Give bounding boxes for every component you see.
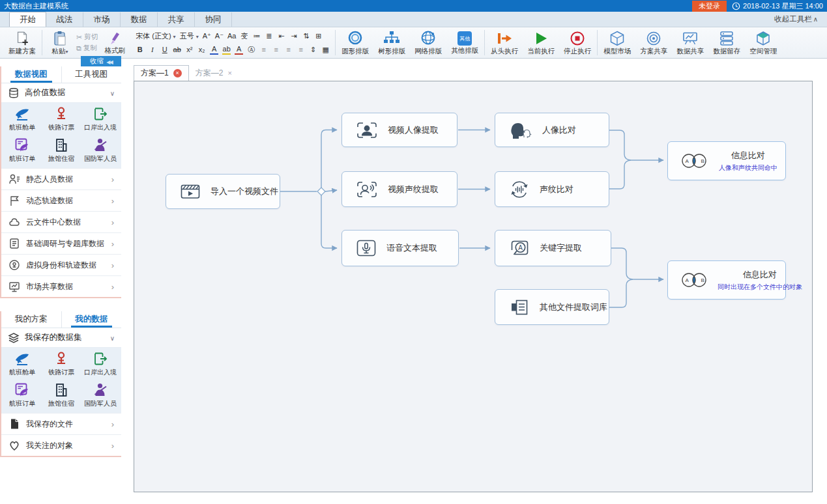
saved-flight-manifest[interactable]: 航班舱单 — [3, 351, 42, 377]
menu-tab-market[interactable]: 市场 — [83, 12, 121, 27]
saved-border-entry[interactable]: 口岸出入境 — [81, 351, 120, 377]
sidebar-item-virtual-identity[interactable]: 虚拟身份和轨迹数据 — [1, 254, 121, 275]
model-market-button[interactable]: 模型市场 — [599, 27, 635, 58]
dataset-military-personnel[interactable]: 国防军人员 — [81, 137, 120, 163]
font-size-select[interactable]: 五号 — [180, 31, 199, 41]
sidebar-collapse-button[interactable]: 收缩 — [81, 56, 121, 66]
saved-military-personnel[interactable]: 国防军人员 — [81, 382, 120, 408]
run-current-button[interactable]: 当前执行 — [523, 27, 559, 58]
node-face-compare[interactable]: 人像比对 — [495, 113, 609, 147]
dataset-border-entry[interactable]: 口岸出入境 — [81, 106, 120, 132]
sort-button[interactable]: ⇅ — [302, 31, 310, 40]
highlight-button[interactable]: ab — [222, 44, 231, 55]
table-button[interactable]: ⊞ — [314, 31, 323, 40]
data-share-button[interactable]: 数据共享 — [672, 27, 708, 58]
saved-rail-ticket[interactable]: 铁路订票 — [42, 351, 81, 377]
plan-tab-1[interactable]: 方案—1 — [134, 65, 189, 81]
align-center-button[interactable]: ≡ — [272, 45, 280, 54]
shrink-font-button[interactable]: A⁻ — [215, 31, 224, 40]
node-video-face-extract[interactable]: 视频人像提取 — [341, 113, 457, 147]
italic-button[interactable]: I — [148, 45, 156, 54]
saved-flight-order[interactable]: 航班订单 — [3, 382, 42, 408]
close-tab-icon[interactable] — [173, 69, 182, 77]
collapse-toolbar-button[interactable]: 收起工具栏 — [774, 11, 818, 27]
circle-layout-button[interactable]: 圆形排版 — [337, 27, 373, 58]
menu-tab-share[interactable]: 共享 — [158, 12, 195, 27]
svg-text:A: A — [686, 158, 689, 164]
sidebar-item-survey-library[interactable]: 基础调研与专题库数据 — [1, 232, 121, 254]
align-right-button[interactable]: ≡ — [284, 45, 293, 54]
superscript-button[interactable]: x² — [185, 45, 194, 54]
node-speech-text-extract[interactable]: 语音文本提取 — [341, 230, 459, 266]
line-spacing-button[interactable]: ⇕ — [309, 45, 317, 54]
bold-button[interactable]: B — [136, 45, 144, 54]
tab-my-plans[interactable]: 我的方案 — [1, 311, 61, 328]
menu-tab-data[interactable]: 数据 — [121, 12, 158, 27]
outdent-button[interactable]: ⇤ — [277, 31, 285, 40]
grow-font-button[interactable]: A⁺ — [203, 31, 211, 40]
sidebar-item-cloud-file[interactable]: 云文件中心数据 — [1, 211, 121, 232]
node-info-compare-2[interactable]: A B 信息比对 同时出现在多个文件中的对象 — [667, 260, 786, 300]
subscript-button[interactable]: x₂ — [197, 45, 206, 54]
sidebar-item-my-files[interactable]: 我保存的文件 — [1, 413, 121, 434]
section-high-value-data[interactable]: 高价值数据 — [1, 83, 121, 103]
tree-layout-button[interactable]: 树形排版 — [373, 27, 410, 58]
bullet-list-button[interactable]: ≔ — [252, 31, 261, 40]
sidebar-item-followed-objects[interactable]: 我关注的对象 — [1, 434, 121, 456]
faces-icon — [510, 122, 532, 139]
stop-run-button[interactable]: 停止执行 — [559, 27, 596, 58]
node-video-voice-extract[interactable]: 视频声纹提取 — [341, 171, 457, 207]
dataset-rail-ticket[interactable]: 铁路订票 — [42, 106, 81, 132]
node-info-compare-1[interactable]: A B 信息比对 人像和声纹共同命中 — [667, 141, 786, 180]
tab-my-data[interactable]: 我的数据 — [61, 311, 122, 328]
sidebar-item-dynamic-track[interactable]: 动态轨迹数据 — [1, 189, 121, 211]
pinyin-button[interactable]: 变 — [240, 31, 248, 40]
shading-button[interactable]: ▦ — [321, 45, 330, 54]
change-case-button[interactable]: Aa — [227, 31, 236, 40]
menu-tab-tactics[interactable]: 战法 — [46, 12, 83, 27]
datetime-display: 2018-02-13 星期三 14:00 — [732, 1, 823, 11]
dataset-flight-order[interactable]: 航班订单 — [3, 137, 42, 163]
plan-share-button[interactable]: 方案共享 — [635, 27, 672, 58]
cut-button[interactable]: ✂ 剪切 — [76, 33, 98, 42]
login-status-badge[interactable]: 未登录 — [692, 1, 727, 12]
underline-button[interactable]: U — [160, 45, 169, 54]
new-plan-button[interactable]: 新建方案 — [4, 27, 40, 58]
node-import-video[interactable]: 导入一个视频文件 — [166, 174, 280, 209]
font-color-button[interactable]: A — [235, 44, 243, 55]
node-keyword-extract[interactable]: A 关键字提取 — [495, 230, 611, 266]
close-tab-icon[interactable] — [227, 69, 231, 77]
tab-data-view[interactable]: 数据视图 — [1, 66, 61, 83]
menu-tab-start[interactable]: 开始 — [9, 12, 46, 27]
run-from-start-button[interactable]: 从头执行 — [486, 27, 523, 58]
other-layout-button[interactable]: 其他 其他排版 — [446, 27, 483, 58]
format-painter-button[interactable]: 格式刷 — [100, 30, 129, 55]
paste-button[interactable]: 粘贴 — [46, 29, 74, 57]
section-saved-datasets[interactable]: 我保存的数据集 — [1, 328, 121, 348]
number-list-button[interactable]: ≣ — [265, 31, 273, 40]
model-canvas[interactable]: 导入一个视频文件 视频人像提取 人像比对 — [134, 81, 813, 492]
saved-hotel-stay[interactable]: 旅馆住宿 — [42, 382, 81, 408]
documents-icon — [510, 299, 529, 316]
text-effects-button[interactable]: A — [210, 44, 218, 55]
node-voice-compare[interactable]: 声纹比对 — [495, 171, 609, 207]
copy-button[interactable]: ⧉ 复制 — [76, 44, 98, 53]
indent-button[interactable]: ⇥ — [289, 31, 298, 40]
space-manage-button[interactable]: 空间管理 — [745, 27, 781, 58]
strikethrough-button[interactable]: ab — [173, 45, 181, 54]
dataset-hotel-stay[interactable]: 旅馆住宿 — [42, 137, 81, 163]
enclose-char-button[interactable]: Ⓐ — [247, 45, 255, 54]
font-family-select[interactable]: 宋体 (正文) — [136, 31, 175, 41]
sidebar-data-panel: 数据视图 工具视图 高价值数据 航班舱单 铁路订票 口岸出入境 航班订单 — [0, 66, 121, 298]
menu-tab-collab[interactable]: 协同 — [195, 12, 232, 27]
dataset-flight-manifest[interactable]: 航班舱单 — [3, 106, 42, 132]
tab-tool-view[interactable]: 工具视图 — [61, 66, 122, 83]
sidebar-item-market-shared[interactable]: 市场共享数据 — [1, 275, 121, 297]
sidebar-item-static-person[interactable]: 静态人员数据 — [1, 168, 121, 189]
node-other-files-lexicon[interactable]: 其他文件提取词库 — [495, 289, 609, 325]
plan-tab-2[interactable]: 方案—2 — [189, 65, 239, 81]
justify-button[interactable]: ≡ — [297, 45, 305, 54]
network-layout-button[interactable]: 网络排版 — [410, 27, 446, 58]
data-retain-button[interactable]: 数据留存 — [708, 27, 745, 58]
align-left-button[interactable]: ≡ — [259, 45, 268, 54]
